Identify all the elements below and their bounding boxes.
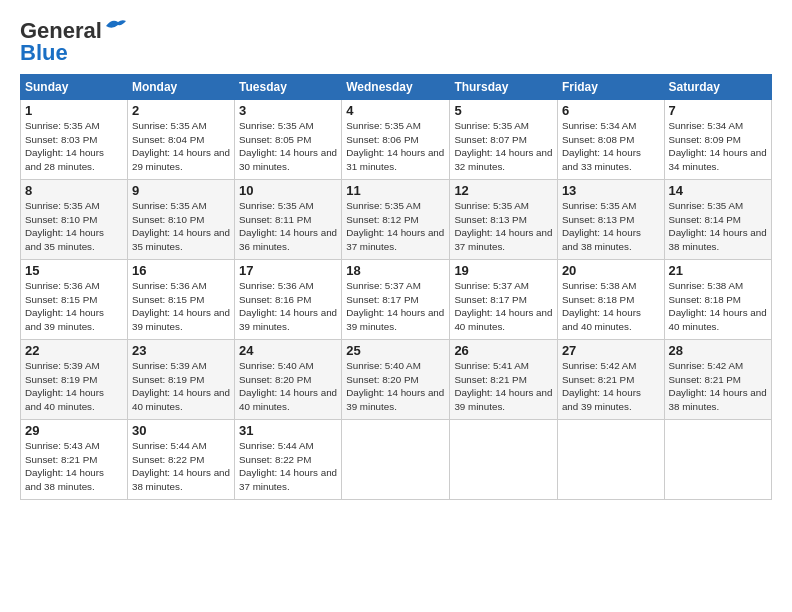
calendar-cell: 27 Sunrise: 5:42 AM Sunset: 8:21 PM Dayl… <box>557 340 664 420</box>
calendar-cell: 14 Sunrise: 5:35 AM Sunset: 8:14 PM Dayl… <box>664 180 771 260</box>
sunrise-label: Sunrise: 5:44 AM <box>132 440 207 451</box>
sunrise-label: Sunrise: 5:43 AM <box>25 440 100 451</box>
day-info: Sunrise: 5:35 AM Sunset: 8:14 PM Dayligh… <box>669 199 767 254</box>
day-info: Sunrise: 5:41 AM Sunset: 8:21 PM Dayligh… <box>454 359 553 414</box>
daylight-label: Daylight: 14 hours and 40 minutes. <box>562 307 641 332</box>
calendar-week-row: 29 Sunrise: 5:43 AM Sunset: 8:21 PM Dayl… <box>21 420 772 500</box>
day-number: 10 <box>239 183 337 198</box>
day-info: Sunrise: 5:35 AM Sunset: 8:12 PM Dayligh… <box>346 199 445 254</box>
calendar-cell: 28 Sunrise: 5:42 AM Sunset: 8:21 PM Dayl… <box>664 340 771 420</box>
daylight-label: Daylight: 14 hours and 33 minutes. <box>562 147 641 172</box>
day-info: Sunrise: 5:35 AM Sunset: 8:13 PM Dayligh… <box>454 199 553 254</box>
calendar-cell: 31 Sunrise: 5:44 AM Sunset: 8:22 PM Dayl… <box>235 420 342 500</box>
col-tuesday: Tuesday <box>235 75 342 100</box>
daylight-label: Daylight: 14 hours and 32 minutes. <box>454 147 552 172</box>
day-info: Sunrise: 5:35 AM Sunset: 8:07 PM Dayligh… <box>454 119 553 174</box>
sunset-label: Sunset: 8:19 PM <box>132 374 204 385</box>
day-info: Sunrise: 5:37 AM Sunset: 8:17 PM Dayligh… <box>346 279 445 334</box>
sunrise-label: Sunrise: 5:38 AM <box>669 280 744 291</box>
calendar-cell: 12 Sunrise: 5:35 AM Sunset: 8:13 PM Dayl… <box>450 180 558 260</box>
day-number: 29 <box>25 423 123 438</box>
day-number: 6 <box>562 103 660 118</box>
sunset-label: Sunset: 8:20 PM <box>346 374 418 385</box>
calendar-table: Sunday Monday Tuesday Wednesday Thursday… <box>20 74 772 500</box>
daylight-label: Daylight: 14 hours and 38 minutes. <box>25 467 104 492</box>
daylight-label: Daylight: 14 hours and 39 minutes. <box>346 307 444 332</box>
sunrise-label: Sunrise: 5:35 AM <box>562 200 637 211</box>
daylight-label: Daylight: 14 hours and 38 minutes. <box>132 467 230 492</box>
calendar-cell: 2 Sunrise: 5:35 AM Sunset: 8:04 PM Dayli… <box>127 100 234 180</box>
calendar-cell <box>342 420 450 500</box>
col-friday: Friday <box>557 75 664 100</box>
logo: General Blue <box>20 18 126 66</box>
daylight-label: Daylight: 14 hours and 35 minutes. <box>25 227 104 252</box>
daylight-label: Daylight: 14 hours and 39 minutes. <box>132 307 230 332</box>
sunrise-label: Sunrise: 5:38 AM <box>562 280 637 291</box>
day-info: Sunrise: 5:34 AM Sunset: 8:08 PM Dayligh… <box>562 119 660 174</box>
day-number: 22 <box>25 343 123 358</box>
sunrise-label: Sunrise: 5:35 AM <box>239 120 314 131</box>
calendar-cell: 17 Sunrise: 5:36 AM Sunset: 8:16 PM Dayl… <box>235 260 342 340</box>
calendar-cell: 22 Sunrise: 5:39 AM Sunset: 8:19 PM Dayl… <box>21 340 128 420</box>
calendar-header-row: Sunday Monday Tuesday Wednesday Thursday… <box>21 75 772 100</box>
day-info: Sunrise: 5:40 AM Sunset: 8:20 PM Dayligh… <box>239 359 337 414</box>
day-number: 15 <box>25 263 123 278</box>
day-number: 24 <box>239 343 337 358</box>
daylight-label: Daylight: 14 hours and 37 minutes. <box>454 227 552 252</box>
day-info: Sunrise: 5:37 AM Sunset: 8:17 PM Dayligh… <box>454 279 553 334</box>
day-number: 26 <box>454 343 553 358</box>
sunrise-label: Sunrise: 5:35 AM <box>346 200 421 211</box>
sunset-label: Sunset: 8:21 PM <box>454 374 526 385</box>
day-number: 9 <box>132 183 230 198</box>
sunset-label: Sunset: 8:04 PM <box>132 134 204 145</box>
sunset-label: Sunset: 8:13 PM <box>454 214 526 225</box>
sunset-label: Sunset: 8:21 PM <box>25 454 97 465</box>
sunset-label: Sunset: 8:15 PM <box>132 294 204 305</box>
day-info: Sunrise: 5:36 AM Sunset: 8:15 PM Dayligh… <box>132 279 230 334</box>
sunrise-label: Sunrise: 5:41 AM <box>454 360 529 371</box>
calendar-cell: 23 Sunrise: 5:39 AM Sunset: 8:19 PM Dayl… <box>127 340 234 420</box>
sunset-label: Sunset: 8:06 PM <box>346 134 418 145</box>
daylight-label: Daylight: 14 hours and 40 minutes. <box>239 387 337 412</box>
sunset-label: Sunset: 8:17 PM <box>454 294 526 305</box>
day-number: 8 <box>25 183 123 198</box>
page: General Blue Sunday Monday Tuesday Wedne… <box>0 0 792 612</box>
sunset-label: Sunset: 8:14 PM <box>669 214 741 225</box>
calendar-cell: 29 Sunrise: 5:43 AM Sunset: 8:21 PM Dayl… <box>21 420 128 500</box>
daylight-label: Daylight: 14 hours and 40 minutes. <box>25 387 104 412</box>
header: General Blue <box>20 18 772 66</box>
sunset-label: Sunset: 8:20 PM <box>239 374 311 385</box>
sunset-label: Sunset: 8:19 PM <box>25 374 97 385</box>
calendar-cell: 26 Sunrise: 5:41 AM Sunset: 8:21 PM Dayl… <box>450 340 558 420</box>
daylight-label: Daylight: 14 hours and 38 minutes. <box>669 387 767 412</box>
day-info: Sunrise: 5:35 AM Sunset: 8:11 PM Dayligh… <box>239 199 337 254</box>
col-monday: Monday <box>127 75 234 100</box>
sunrise-label: Sunrise: 5:35 AM <box>25 120 100 131</box>
calendar-cell: 25 Sunrise: 5:40 AM Sunset: 8:20 PM Dayl… <box>342 340 450 420</box>
day-number: 23 <box>132 343 230 358</box>
sunrise-label: Sunrise: 5:35 AM <box>132 200 207 211</box>
daylight-label: Daylight: 14 hours and 39 minutes. <box>454 387 552 412</box>
day-number: 11 <box>346 183 445 198</box>
sunrise-label: Sunrise: 5:39 AM <box>25 360 100 371</box>
sunset-label: Sunset: 8:03 PM <box>25 134 97 145</box>
sunset-label: Sunset: 8:11 PM <box>239 214 311 225</box>
daylight-label: Daylight: 14 hours and 31 minutes. <box>346 147 444 172</box>
day-info: Sunrise: 5:36 AM Sunset: 8:15 PM Dayligh… <box>25 279 123 334</box>
calendar-cell <box>450 420 558 500</box>
day-number: 27 <box>562 343 660 358</box>
daylight-label: Daylight: 14 hours and 35 minutes. <box>132 227 230 252</box>
daylight-label: Daylight: 14 hours and 34 minutes. <box>669 147 767 172</box>
sunset-label: Sunset: 8:21 PM <box>562 374 634 385</box>
daylight-label: Daylight: 14 hours and 37 minutes. <box>239 467 337 492</box>
sunrise-label: Sunrise: 5:39 AM <box>132 360 207 371</box>
daylight-label: Daylight: 14 hours and 39 minutes. <box>239 307 337 332</box>
day-number: 20 <box>562 263 660 278</box>
day-info: Sunrise: 5:44 AM Sunset: 8:22 PM Dayligh… <box>239 439 337 494</box>
day-number: 21 <box>669 263 767 278</box>
daylight-label: Daylight: 14 hours and 30 minutes. <box>239 147 337 172</box>
sunrise-label: Sunrise: 5:40 AM <box>346 360 421 371</box>
sunrise-label: Sunrise: 5:35 AM <box>25 200 100 211</box>
day-info: Sunrise: 5:38 AM Sunset: 8:18 PM Dayligh… <box>669 279 767 334</box>
day-number: 28 <box>669 343 767 358</box>
